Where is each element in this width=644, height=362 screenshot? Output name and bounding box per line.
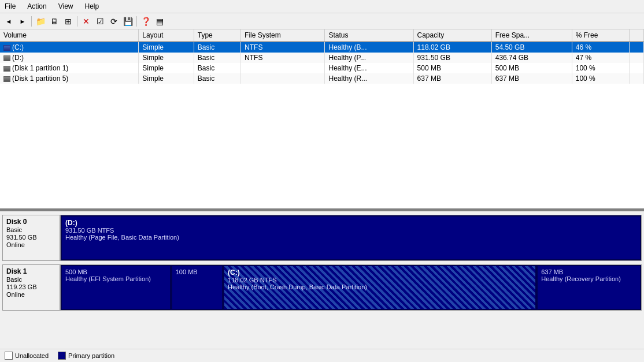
col-extra[interactable] [629,29,643,42]
cell-freespace: 436.74 GB [491,53,572,63]
toolbar-separator-2 [77,16,77,27]
cell-freespace: 637 MB [491,73,572,84]
col-capacity[interactable]: Capacity [413,29,491,42]
volumes-table: Volume Layout Type File System Status Ca… [0,29,644,84]
disk1-c-status: Healthy (Boot, Crash Dump, Basic Data Pa… [228,283,532,290]
main-content: Volume Layout Type File System Status Ca… [0,29,644,362]
col-filesystem[interactable]: File System [241,29,325,42]
cell-layout: Simple [139,73,194,84]
cell-type: Basic [194,42,240,53]
cell-pctfree: 100 % [572,63,629,73]
disk1-partition-c[interactable]: (C:) 118.02 GB NTFS Healthy (Boot, Crash… [223,265,536,310]
disk1-label: Disk 1 Basic 119.23 GB Online [2,264,60,311]
disk1-status: Online [6,291,56,298]
col-freespace[interactable]: Free Spa... [491,29,572,42]
cell-pctfree: 46 % [572,42,629,53]
cell-type: Basic [194,53,240,63]
cell-filesystem [241,73,325,84]
up-button[interactable]: 📁 [34,15,47,28]
disk0-partitions: (D:) 931.50 GB NTFS Healthy (Page File, … [60,215,642,261]
disk-map-area: Disk 0 Basic 931.50 GB Online (D:) 931.5… [0,210,644,349]
legend-area: Unallocated Primary partition [0,349,644,362]
back-button[interactable]: ◄ [2,15,15,28]
cell-status: Healthy (E... [325,63,413,73]
legend-primary-label: Primary partition [68,352,114,359]
menu-file[interactable]: File [2,1,18,12]
cell-freespace: 54.50 GB [491,42,572,53]
cell-freespace: 500 MB [491,63,572,73]
disk1-type: Basic [6,276,56,283]
toolbar-separator-1 [31,16,32,27]
legend-unallocated-box [5,352,13,360]
disk1-partition-100mb[interactable]: 100 MB [171,265,223,310]
tree-toggle[interactable]: ⊞ [62,15,75,28]
menu-action[interactable]: Action [25,1,49,12]
disk0-section: Disk 0 Basic 931.50 GB Online (D:) 931.5… [2,215,642,261]
disk1-efi-info: 500 MB [65,268,166,275]
disk1-partitions: 500 MB Healthy (EFI System Partition) 10… [60,264,642,311]
cell-capacity: 500 MB [413,63,491,73]
view-button[interactable]: ▤ [153,15,166,28]
col-volume[interactable]: Volume [0,29,139,42]
show-console[interactable]: 🖥 [48,15,61,28]
legend-unallocated: Unallocated [5,352,49,360]
col-pctfree[interactable]: % Free [572,29,629,42]
menu-view[interactable]: View [56,1,76,12]
refresh-button[interactable]: ⟳ [108,15,120,28]
disk1-100mb-info: 100 MB [176,268,219,275]
disk1-partition-efi[interactable]: 500 MB Healthy (EFI System Partition) [61,265,171,310]
cell-capacity: 118.02 GB [413,42,491,53]
disk0-label: Disk 0 Basic 931.50 GB Online [2,215,60,261]
cell-pctfree: 47 % [572,53,629,63]
table-row[interactable]: (D:) Simple Basic NTFS Healthy (P... 931… [0,53,644,63]
help-button[interactable]: ❓ [139,15,152,28]
toolbar-separator-3 [136,16,137,27]
disk-icon [3,76,10,82]
cell-filesystem [241,63,325,73]
legend-primary: Primary partition [58,352,114,360]
legend-unallocated-label: Unallocated [15,352,49,359]
cell-capacity: 637 MB [413,73,491,84]
menu-help[interactable]: Help [83,1,102,12]
col-layout[interactable]: Layout [139,29,194,42]
cell-layout: Simple [139,42,194,53]
disk1-recovery-info: 637 MB [541,268,636,275]
disk1-name: Disk 1 [6,267,56,275]
table-row[interactable]: (C:) Simple Basic NTFS Healthy (B... 118… [0,42,644,53]
disk0-status: Online [6,241,56,248]
disk0-type: Basic [6,226,56,233]
legend-primary-box [58,352,66,360]
col-status[interactable]: Status [325,29,413,42]
disk-icon [3,45,10,51]
disk0-name: Disk 0 [6,218,56,226]
cell-extra [629,73,643,84]
disk0-part-info: 931.50 GB NTFS [65,227,636,234]
disk0-size: 931.50 GB [6,234,56,241]
disk0-partition-d[interactable]: (D:) 931.50 GB NTFS Healthy (Page File, … [61,215,641,260]
disk1-c-title: (C:) [228,268,532,277]
table-row[interactable]: (Disk 1 partition 5) Simple Basic Health… [0,73,644,84]
cell-layout: Simple [139,53,194,63]
disk1-efi-status: Healthy (EFI System Partition) [65,275,166,282]
cell-filesystem: NTFS [241,42,325,53]
cell-volume: (C:) [0,42,139,53]
cell-extra [629,53,643,63]
cell-filesystem: NTFS [241,53,325,63]
cell-capacity: 931.50 GB [413,53,491,63]
disk-icon [3,66,10,72]
disk1-c-info: 118.02 GB NTFS [228,277,532,283]
forward-button[interactable]: ► [16,15,29,28]
disk1-size: 119.23 GB [6,283,56,290]
export-button[interactable]: 💾 [121,15,134,28]
table-row[interactable]: (Disk 1 partition 1) Simple Basic Health… [0,63,644,73]
delete-button[interactable]: ✕ [80,15,92,28]
cell-type: Basic [194,63,240,73]
col-type[interactable]: Type [194,29,240,42]
cell-status: Healthy (R... [325,73,413,84]
disk1-partition-recovery[interactable]: 637 MB Healthy (Recovery Partition) [536,265,641,310]
cell-extra [629,42,643,53]
cell-pctfree: 100 % [572,73,629,84]
disk0-part-title: (D:) [65,219,636,227]
menu-bar: File Action View Help [0,0,644,13]
properties-button[interactable]: ☑ [94,15,106,28]
